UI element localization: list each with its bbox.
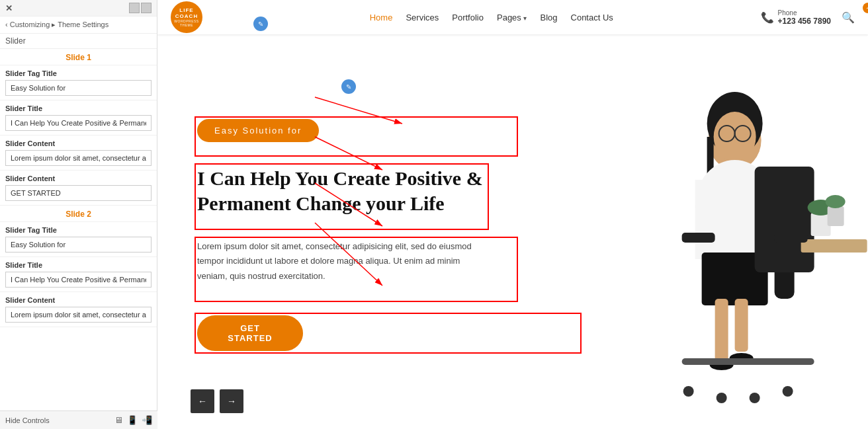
hide-controls-button[interactable]: Hide Controls — [5, 416, 50, 424]
back-arrow[interactable]: ‹ — [5, 20, 10, 28]
logo: LIFE COACH WORDPRESS THEME ✓ — [171, 1, 202, 33]
slide1-tag-title-label: Slider Tag Title — [5, 69, 152, 77]
slide1-title-label: Slider Title — [5, 104, 152, 112]
hero-content: Lorem ipsum dolor sit amet, consectetur … — [197, 239, 488, 283]
panel-topbar: ✕ — [0, 0, 157, 17]
search-icon[interactable]: 🔍 — [842, 11, 855, 24]
svg-point-30 — [825, 195, 845, 208]
slide2-content-input[interactable] — [5, 307, 152, 323]
slide1-title-group: Slider Title — [0, 100, 157, 136]
svg-rect-31 — [681, 233, 715, 243]
slide1-content1-input[interactable] — [5, 150, 152, 166]
cta-button[interactable]: GET STARTED — [197, 315, 303, 351]
phone-area: 📞 Phone +123 456 7890 — [761, 9, 831, 26]
slide1-cta-group: Slider Content — [0, 171, 157, 206]
slide1-content1-group: Slider Content — [0, 136, 157, 171]
tag-pill: Easy Solution for — [197, 119, 319, 142]
nav-home[interactable]: Home — [370, 13, 393, 22]
slide1-label: Slide 1 — [0, 49, 157, 65]
logo-sub: WORDPRESS THEME — [171, 19, 202, 27]
device-preview-icons: 🖥 📱 📲 — [114, 415, 152, 425]
prev-arrow-button[interactable]: ← — [191, 389, 214, 413]
hero-content-wrapper: Lorem ipsum dolor sit amet, consectetur … — [197, 239, 515, 299]
logo-badge: LIFE COACH WORDPRESS THEME — [171, 1, 202, 33]
wp-icon-1 — [129, 3, 140, 13]
cta-wrapper: GET STARTED — [197, 315, 515, 351]
phone-number: +123 456 7890 — [778, 17, 831, 26]
hero-left-content: Easy Solution for I Can Help You Create … — [157, 34, 548, 429]
preview-area: LIFE COACH WORDPRESS THEME ✓ Home Servic… — [157, 0, 868, 429]
slide2-content-label: Slider Content — [5, 296, 152, 304]
slide1-cta-label: Slider Content — [5, 175, 152, 182]
tablet-icon[interactable]: 📱 — [127, 415, 138, 425]
next-arrow-button[interactable]: → — [220, 389, 243, 413]
slide2-label: Slide 2 — [0, 206, 157, 222]
nav-contact[interactable]: Contact Us — [571, 13, 613, 22]
nav-services[interactable]: Services — [406, 13, 439, 22]
slide1-title-input[interactable] — [5, 115, 152, 131]
svg-point-23 — [716, 393, 726, 403]
slide2-title-input[interactable] — [5, 272, 152, 288]
panel-section-title: Slider — [0, 34, 157, 49]
phone-icon: 📞 — [761, 11, 774, 24]
svg-rect-16 — [754, 167, 814, 272]
svg-rect-18 — [734, 299, 748, 352]
svg-point-24 — [749, 393, 760, 403]
svg-rect-32 — [774, 233, 807, 243]
hero-title-wrapper: I Can Help You Create Positive & Permane… — [197, 166, 515, 227]
slide1-content1-label: Slider Content — [5, 139, 152, 147]
slide2-tag-title-label: Slider Tag Title — [5, 226, 152, 234]
nav-links: Home Services Portfolio Pages ▾ Blog Con… — [222, 13, 761, 22]
logo-line2: COACH — [171, 13, 202, 19]
slide2-tag-title-group: Slider Tag Title — [0, 222, 157, 257]
hero-image-area — [548, 34, 868, 429]
mobile-icon[interactable]: 📲 — [142, 415, 152, 425]
nav-blog[interactable]: Blog — [540, 13, 557, 22]
wp-toolbar-icons — [129, 3, 152, 13]
slider-arrows: ← → — [191, 389, 243, 413]
pages-dropdown-arrow: ▾ — [523, 15, 527, 22]
nav-portfolio[interactable]: Portfolio — [452, 13, 484, 22]
slide1-tag-title-group: Slider Tag Title — [0, 65, 157, 100]
logo-wing-icon: ✓ — [863, 3, 868, 13]
svg-point-22 — [683, 386, 693, 397]
customizer-panel: ✕ ‹ Customizing ▸ Theme Settings Slider … — [0, 0, 157, 429]
nav-pages[interactable]: Pages ▾ — [497, 13, 527, 22]
breadcrumb: ‹ Customizing ▸ Theme Settings — [0, 17, 157, 34]
phone-label: Phone — [778, 9, 831, 17]
slide2-content-group: Slider Content — [0, 292, 157, 327]
person-svg — [548, 34, 868, 429]
person-image — [548, 34, 868, 429]
slide2-title-label: Slider Title — [5, 261, 152, 269]
desktop-icon[interactable]: 🖥 — [114, 415, 123, 425]
slide2-title-group: Slider Title — [0, 257, 157, 292]
svg-rect-21 — [681, 358, 814, 365]
svg-rect-17 — [715, 299, 728, 365]
edit-dot-hero[interactable]: ✎ — [341, 79, 356, 94]
svg-point-25 — [782, 386, 793, 397]
logo-line1: LIFE — [171, 7, 202, 13]
svg-rect-26 — [801, 239, 867, 253]
edit-dot-top[interactable]: ✎ — [253, 17, 268, 31]
slide1-tag-title-input[interactable] — [5, 80, 152, 96]
slide2-tag-title-input[interactable] — [5, 237, 152, 253]
tag-pill-wrapper: Easy Solution for — [197, 119, 515, 154]
svg-rect-29 — [827, 206, 844, 226]
wp-icon-2 — [141, 3, 152, 13]
slide1-cta-input[interactable] — [5, 185, 152, 201]
hero-title: I Can Help You Create Positive & Permane… — [197, 166, 515, 215]
bottom-controls-bar: Hide Controls 🖥 📱 📲 — [0, 410, 157, 429]
close-button[interactable]: ✕ — [5, 3, 13, 13]
